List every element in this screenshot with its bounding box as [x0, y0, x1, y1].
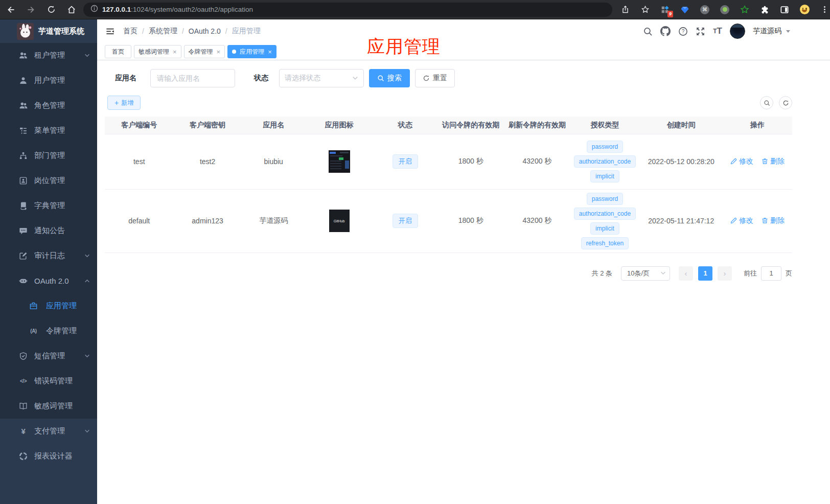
search-button[interactable]: 搜索 — [369, 69, 410, 87]
sidebar-item-sms[interactable]: 短信管理 — [0, 343, 97, 369]
grant-type-tag: implicit — [590, 170, 619, 182]
sidebar-item-oauth[interactable]: OAuth 2.0 — [0, 268, 97, 293]
gem-extension-icon[interactable] — [679, 4, 690, 15]
github-icon[interactable] — [660, 26, 671, 36]
grant-type-tag: authorization_code — [574, 155, 636, 168]
sidebar-item-user[interactable]: 用户管理 — [0, 68, 97, 93]
close-icon[interactable]: × — [173, 49, 177, 55]
toggle-search-button[interactable] — [760, 96, 773, 109]
browser-forward-button[interactable] — [27, 5, 36, 14]
share-icon[interactable] — [619, 4, 631, 15]
edit-button[interactable]: 修改 — [730, 157, 753, 166]
cell-client-id: default — [105, 189, 174, 253]
sidebar-item-tenant[interactable]: 租户管理 — [0, 43, 97, 68]
table-row: test test2 biubiu 开启 1800 秒 43200 秒 pass… — [105, 134, 792, 189]
svg-text:?: ? — [682, 29, 685, 34]
side-panel-icon[interactable] — [779, 4, 790, 15]
app-name-input[interactable] — [150, 69, 235, 87]
green-star-extension-icon[interactable] — [739, 4, 750, 15]
user-avatar[interactable] — [730, 24, 745, 39]
audit-pen-icon — [19, 251, 28, 260]
sidebar-item-audit-log[interactable]: 审计日志 — [0, 243, 97, 268]
address-bar[interactable]: 127.0.0.1:1024/system/oauth2/oauth2/appl… — [83, 3, 612, 17]
tab-home[interactable]: 首页 — [105, 45, 131, 58]
sidebar-item-errcode[interactable]: </> 错误码管理 — [0, 369, 97, 394]
col-create-time: 创建时间 — [639, 117, 723, 134]
sidebar-collapse-icon[interactable] — [105, 27, 115, 36]
sidebar-item-dict[interactable]: 字典管理 — [0, 193, 97, 218]
grant-type-tag: password — [587, 193, 623, 205]
sidebar-item-oauth-token[interactable]: (A) 令牌管理 — [0, 318, 97, 343]
profile-avatar-icon[interactable] — [799, 4, 810, 15]
sidebar-item-report-designer[interactable]: 报表设计器 — [0, 444, 97, 469]
goto-page-input[interactable] — [761, 266, 781, 281]
extension-grid-icon[interactable]: 9 — [659, 4, 671, 15]
sidebar-item-post[interactable]: 岗位管理 — [0, 168, 97, 193]
breadcrumb-system[interactable]: 系统管理 — [149, 27, 177, 36]
sidebar-item-dept[interactable]: 部门管理 — [0, 143, 97, 168]
page-unit-label: 页 — [786, 269, 792, 278]
tab-application[interactable]: 应用管理× — [227, 45, 276, 58]
cell-client-secret: admin123 — [174, 189, 242, 253]
trash-icon — [762, 217, 768, 224]
delete-button[interactable]: 删除 — [762, 157, 785, 166]
sidebar-item-sensitive[interactable]: 敏感词管理 — [0, 394, 97, 419]
help-icon[interactable]: ? — [678, 27, 688, 36]
breadcrumb-home[interactable]: 首页 — [123, 27, 137, 36]
chevron-down-icon — [84, 353, 90, 359]
command-extension-icon[interactable]: ⌘ — [699, 4, 710, 15]
close-icon[interactable]: × — [217, 49, 221, 55]
col-refresh-validity: 刷新令牌的有效期 — [504, 117, 570, 134]
search-icon — [764, 100, 770, 106]
site-info-icon[interactable] — [90, 5, 98, 14]
user-menu-caret-icon[interactable] — [786, 30, 790, 33]
page-size-select[interactable]: 10条/页 — [621, 266, 670, 281]
recorder-extension-icon[interactable] — [719, 4, 730, 15]
sidebar-item-pay[interactable]: ¥ 支付管理 — [0, 419, 97, 444]
app-logo-rabbit — [17, 23, 34, 40]
plus-icon: + — [114, 99, 119, 107]
puzzle-extensions-icon[interactable] — [759, 4, 770, 15]
browser-reload-button[interactable] — [47, 5, 56, 14]
filter-form: 应用名 状态 请选择状态 搜索 重置 — [105, 69, 792, 87]
cell-access-validity: 1800 秒 — [437, 134, 504, 189]
sidebar-item-role[interactable]: 角色管理 — [0, 93, 97, 118]
sidebar-item-oauth-application[interactable]: 应用管理 — [0, 293, 97, 318]
search-icon[interactable] — [643, 27, 653, 36]
tenant-people-icon — [19, 51, 28, 60]
fullscreen-icon[interactable] — [696, 27, 705, 36]
close-icon[interactable]: × — [268, 49, 272, 55]
refresh-table-button[interactable] — [779, 96, 792, 109]
breadcrumb-oauth[interactable]: OAuth 2.0 — [189, 27, 221, 35]
current-page-button[interactable]: 1 — [698, 266, 712, 281]
chevron-up-icon — [84, 278, 90, 284]
browser-menu-icon[interactable] — [819, 4, 830, 15]
bookmark-star-icon[interactable] — [639, 4, 651, 15]
browser-home-button[interactable] — [67, 5, 76, 14]
font-size-icon[interactable]: TT — [713, 26, 722, 36]
open-book-icon — [19, 402, 28, 410]
menu-tree-icon — [19, 126, 28, 135]
cell-create-time: 2022-05-12 00:28:20 — [639, 134, 723, 189]
status-badge: 开启 — [393, 154, 418, 169]
app-logo-bar[interactable]: 芋道管理系统 — [0, 19, 97, 43]
browser-back-button[interactable] — [6, 5, 15, 14]
sidebar-item-notice[interactable]: 通知公告 — [0, 218, 97, 243]
cell-access-validity: 1800 秒 — [437, 189, 504, 253]
next-page-button[interactable]: › — [718, 266, 732, 281]
sidebar-item-menu[interactable]: 菜单管理 — [0, 118, 97, 143]
status-select[interactable]: 请选择状态 — [279, 69, 364, 87]
col-status: 状态 — [373, 117, 437, 134]
chevron-down-icon — [660, 270, 666, 276]
tab-sensitive[interactable]: 敏感词管理× — [134, 45, 181, 58]
prev-page-button[interactable]: ‹ — [679, 266, 693, 281]
delete-button[interactable]: 删除 — [762, 216, 785, 225]
username-label[interactable]: 芋道源码 — [753, 27, 781, 36]
user-icon — [19, 76, 28, 85]
edit-button[interactable]: 修改 — [730, 216, 753, 225]
top-navbar: 首页/ 系统管理/ OAuth 2.0/ 应用管理 ? TT 芋道源码 — [97, 19, 830, 43]
reset-button[interactable]: 重置 — [415, 69, 455, 87]
sidebar-menu: 租户管理 用户管理 角色管理 菜单管理 部门管理 岗位管理 — [0, 43, 97, 469]
add-button[interactable]: +新增 — [107, 96, 141, 110]
tab-token[interactable]: 令牌管理× — [184, 45, 225, 58]
